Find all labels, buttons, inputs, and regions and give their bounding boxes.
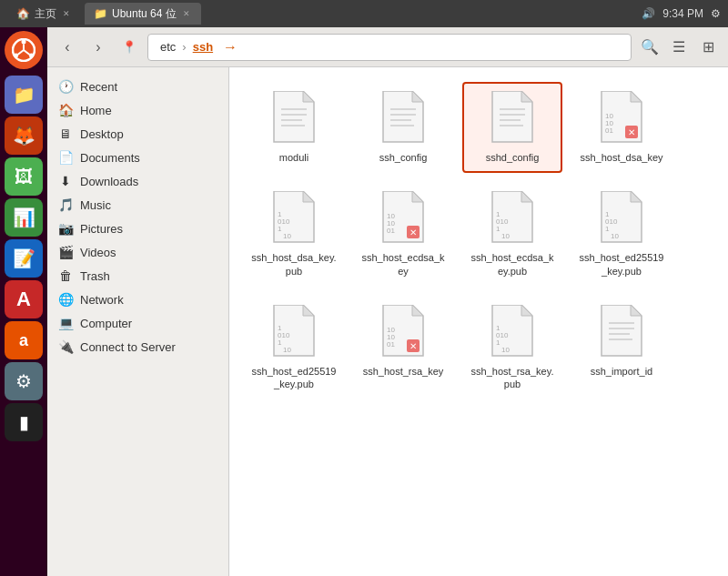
svg-marker-26 [631, 91, 642, 102]
tab-home[interactable]: 🏠 主页 ✕ [7, 3, 81, 25]
file-icon-ecdsa-key: 10 10 01 ✕ [379, 191, 427, 246]
volume-icon: 🔊 [642, 7, 655, 20]
file-dsa-key[interactable]: 10 10 01 ✕ ssh_host_dsa_key [571, 82, 672, 173]
sidebar-item-pictures[interactable]: 📷 Pictures [47, 217, 228, 240]
grid-view-button[interactable]: ⊞ [695, 35, 721, 60]
file-name-ssh-config: ssh_config [379, 151, 428, 164]
ubuntu-logo-icon[interactable] [5, 31, 43, 69]
ubuntu-tab-close[interactable]: ✕ [181, 8, 192, 19]
svg-point-1 [22, 40, 26, 45]
sidebar-item-trash[interactable]: 🗑 Trash [47, 264, 228, 288]
sidebar-label-downloads: Downloads [80, 175, 138, 188]
svg-marker-8 [303, 91, 314, 102]
file-import-id[interactable]: ssh_import_id [571, 296, 672, 400]
dock-writer[interactable]: 📝 [5, 239, 43, 278]
sidebar-item-downloads[interactable]: ⬇ Downloads [47, 169, 228, 193]
trash-icon: 🗑 [58, 268, 73, 283]
file-name-rsa-key: ssh_host_rsa_key [363, 365, 444, 378]
sidebar-item-recent[interactable]: 🕐 Recent [47, 75, 228, 98]
file-icon-rsa-key-pub: 1 010 1 10 [489, 305, 536, 359]
file-name-ecdsa-key: ssh_host_ecdsa_key [360, 251, 446, 278]
file-name-ed25519-key-pub2: ssh_host_ed25519_key.pub [251, 365, 337, 391]
forward-button[interactable]: › [86, 35, 111, 60]
music-icon: 🎵 [58, 197, 73, 212]
svg-text:1: 1 [605, 225, 610, 233]
file-name-dsa-key-pub: ssh_host_dsa_key.pub [251, 251, 337, 278]
file-rsa-key-pub[interactable]: 1 010 1 10 ssh_host_rsa_key.pub [462, 296, 562, 400]
file-rsa-key[interactable]: 10 10 01 ✕ ssh_host_rsa_key [353, 296, 453, 400]
recent-icon: 🕐 [58, 79, 73, 94]
file-icon-rsa-key: 10 10 01 ✕ [379, 305, 427, 359]
dock-calc[interactable]: 📊 [5, 198, 43, 237]
sidebar-item-computer[interactable]: 💻 Computer [47, 311, 228, 335]
svg-text:1: 1 [496, 225, 500, 233]
network-icon: 🌐 [58, 292, 73, 307]
sidebar-item-network[interactable]: 🌐 Network [47, 288, 228, 311]
sidebar-item-documents[interactable]: 📄 Documents [47, 146, 228, 169]
search-button[interactable]: 🔍 [637, 35, 662, 60]
settings-icon[interactable]: ⚙ [711, 7, 721, 20]
dock-firefox[interactable]: 🦊 [5, 116, 43, 155]
svg-text:1: 1 [496, 339, 500, 347]
dock-terminal[interactable]: ▮ [5, 403, 43, 441]
dock-store[interactable]: A [5, 280, 43, 318]
sidebar-label-videos: Videos [80, 246, 116, 259]
sidebar-label-documents: Documents [80, 151, 140, 165]
breadcrumb-etc[interactable]: etc [156, 38, 180, 56]
file-icon-ecdsa-key-pub: 1 010 1 10 [489, 191, 536, 246]
sidebar-item-home[interactable]: 🏠 Home [47, 98, 228, 122]
file-moduli[interactable]: moduli [244, 82, 344, 173]
sidebar-item-videos[interactable]: 🎬 Videos [47, 240, 228, 264]
file-dsa-key-pub[interactable]: 1 010 1 10 ssh_host_dsa_key.pub [244, 182, 344, 287]
svg-text:✕: ✕ [628, 127, 635, 137]
dock-amazon[interactable]: a [5, 321, 43, 359]
svg-line-5 [18, 50, 25, 55]
sidebar-item-music[interactable]: 🎵 Music [47, 193, 228, 217]
svg-marker-14 [412, 91, 423, 102]
home-tab-icon: 🏠 [16, 7, 30, 20]
svg-marker-46 [521, 191, 532, 202]
connect-icon: 🔌 [58, 339, 73, 354]
sidebar-item-connect[interactable]: 🔌 Connect to Server [47, 335, 228, 359]
svg-line-6 [24, 50, 30, 55]
breadcrumb-ssh[interactable]: ssh [188, 38, 217, 56]
file-name-moduli: moduli [279, 151, 308, 164]
svg-text:01: 01 [605, 126, 613, 135]
tab-ubuntu[interactable]: 📁 Ubuntu 64 位 ✕ [85, 3, 201, 25]
dock-files[interactable]: 📁 [5, 76, 43, 114]
home-tab-close[interactable]: ✕ [61, 8, 72, 19]
dock-photos[interactable]: 🖼 [5, 157, 43, 196]
file-sshd-config[interactable]: sshd_config [462, 82, 562, 173]
svg-text:10: 10 [501, 232, 510, 240]
file-ecdsa-key[interactable]: 10 10 01 ✕ ssh_host_ecdsa_key [353, 182, 453, 287]
file-ssh-config[interactable]: ssh_config [353, 82, 453, 173]
list-view-button[interactable]: ☰ [666, 35, 692, 60]
sidebar-label-connect: Connect to Server [80, 340, 176, 354]
clock: 9:34 PM [662, 7, 703, 20]
svg-text:10: 10 [283, 232, 291, 240]
file-manager: ‹ › 📍 etc › ssh → 🔍 ☰ ⊞ 🕐 Recent [47, 27, 728, 576]
back-button[interactable]: ‹ [55, 35, 80, 60]
svg-text:10: 10 [611, 232, 619, 240]
file-ecdsa-key-pub[interactable]: 1 010 1 10 ssh_host_ecdsa_key.pub [462, 182, 562, 287]
sidebar-label-trash: Trash [80, 269, 110, 283]
sidebar-item-desktop[interactable]: 🖥 Desktop [47, 122, 228, 146]
dock-settings[interactable]: ⚙ [5, 362, 43, 400]
file-ed25519-key-pub[interactable]: 1 010 1 10 ssh_host_ed25519_key.pub [244, 296, 344, 400]
file-name-ecdsa-key-pub: ssh_host_ecdsa_key.pub [470, 251, 555, 278]
sidebar-label-recent: Recent [80, 80, 117, 94]
sidebar-label-network: Network [80, 293, 124, 307]
breadcrumb: etc › ssh → [147, 34, 632, 61]
file-icon-ssh-config [379, 91, 427, 146]
svg-text:10: 10 [501, 346, 510, 354]
home-icon: 🏠 [58, 103, 73, 117]
file-icon-ed25519-key-pub: 1 010 1 10 [270, 305, 318, 359]
sidebar-label-home: Home [80, 104, 112, 117]
file-icon-dsa-key-pub: 1 010 1 10 [270, 191, 318, 246]
app-dock: 📁 🦊 🖼 📊 📝 A a ⚙ ▮ [0, 27, 47, 576]
file-ed25519-key[interactable]: 1 010 1 10 ssh_host_ed25519_key.pub [571, 182, 672, 287]
svg-text:1: 1 [278, 339, 282, 347]
pictures-icon: 📷 [58, 221, 73, 236]
taskbar-right: 🔊 9:34 PM ⚙ [642, 7, 721, 20]
svg-text:01: 01 [387, 227, 395, 235]
